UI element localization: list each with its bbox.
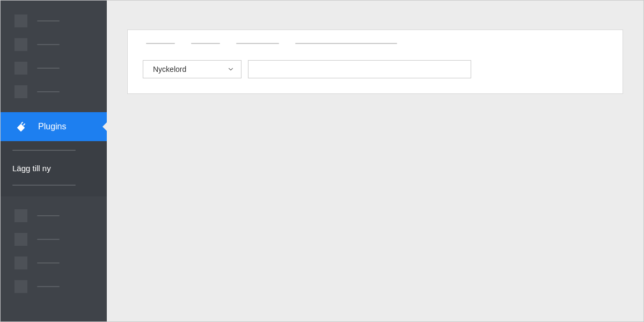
search-input[interactable] bbox=[248, 60, 471, 78]
sidebar-group-top bbox=[1, 1, 107, 107]
main-content: Nyckelord bbox=[107, 1, 643, 321]
sidebar-item-plugins-label: Plugins bbox=[38, 122, 66, 131]
plug-icon bbox=[14, 120, 27, 133]
placeholder-icon bbox=[14, 85, 27, 98]
sidebar: Plugins Lägg till ny bbox=[1, 1, 107, 321]
placeholder-icon bbox=[14, 257, 27, 269]
sidebar-submenu: Lägg till ny bbox=[1, 141, 107, 196]
filter-tabs bbox=[143, 43, 608, 44]
chevron-down-icon bbox=[227, 65, 235, 73]
placeholder-label bbox=[37, 262, 60, 264]
sidebar-item-placeholder[interactable] bbox=[1, 56, 107, 80]
tab-placeholder[interactable] bbox=[146, 43, 175, 44]
sidebar-item-placeholder[interactable] bbox=[1, 9, 107, 33]
placeholder-icon bbox=[14, 209, 27, 222]
placeholder-icon bbox=[14, 62, 27, 75]
submenu-item-placeholder[interactable] bbox=[12, 150, 76, 151]
placeholder-label bbox=[37, 68, 60, 69]
search-type-select[interactable]: Nyckelord bbox=[143, 60, 241, 78]
placeholder-label bbox=[37, 286, 60, 287]
placeholder-label bbox=[37, 215, 60, 216]
filter-controls: Nyckelord bbox=[143, 60, 608, 78]
tab-placeholder[interactable] bbox=[191, 43, 220, 44]
placeholder-icon bbox=[14, 233, 27, 246]
search-type-select-value: Nyckelord bbox=[153, 65, 186, 74]
sidebar-item-placeholder[interactable] bbox=[1, 275, 107, 298]
tab-placeholder[interactable] bbox=[236, 43, 279, 44]
sidebar-item-plugins[interactable]: Plugins bbox=[1, 112, 107, 141]
placeholder-icon bbox=[14, 38, 27, 51]
sidebar-item-placeholder[interactable] bbox=[1, 228, 107, 251]
sidebar-item-placeholder[interactable] bbox=[1, 204, 107, 228]
placeholder-icon bbox=[14, 280, 27, 293]
placeholder-icon bbox=[14, 14, 27, 27]
sidebar-group-bottom bbox=[1, 196, 107, 302]
placeholder-label bbox=[37, 44, 60, 45]
sidebar-item-placeholder[interactable] bbox=[1, 80, 107, 104]
placeholder-label bbox=[37, 20, 60, 21]
placeholder-label bbox=[37, 239, 60, 240]
tab-placeholder[interactable] bbox=[295, 43, 397, 44]
filter-card: Nyckelord bbox=[127, 30, 623, 94]
sidebar-item-placeholder[interactable] bbox=[1, 33, 107, 56]
sidebar-item-placeholder[interactable] bbox=[1, 251, 107, 275]
submenu-item-add-new[interactable]: Lägg till ny bbox=[12, 164, 95, 173]
submenu-item-placeholder[interactable] bbox=[12, 185, 76, 186]
placeholder-label bbox=[37, 91, 60, 92]
